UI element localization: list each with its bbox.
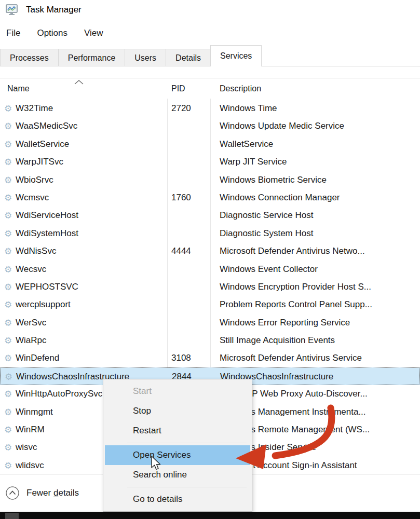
service-name: wlidsvc [16, 457, 44, 474]
service-pid: 3108 [171, 349, 191, 367]
service-name: WinDefend [16, 349, 59, 367]
service-name: Winmgmt [16, 403, 53, 421]
context-menu-item-go-to-details[interactable]: Go to details [103, 489, 252, 509]
service-description: Windows Biometric Service [220, 171, 327, 189]
service-gear-icon: ⚙ [4, 439, 12, 456]
service-name: WarpJITSvc [16, 153, 63, 171]
service-row[interactable]: ⚙ wercplsupport Problem Reports Control … [0, 296, 420, 313]
service-gear-icon: ⚙ [4, 349, 12, 367]
service-gear-icon: ⚙ [4, 153, 12, 171]
column-header-pid[interactable]: PID [171, 84, 185, 93]
service-name: Wcmsvc [16, 189, 49, 207]
service-description: Warp JIT Service [220, 153, 287, 171]
service-gear-icon: ⚙ [4, 403, 12, 421]
context-menu-item-stop[interactable]: Stop [103, 401, 252, 421]
service-name: WiaRpc [16, 332, 47, 349]
service-name: WdNisSvc [16, 242, 56, 260]
service-name: WbioSrvc [16, 171, 53, 189]
menubar-item-options[interactable]: Options [37, 28, 67, 38]
list-header: Name PID Description [0, 78, 420, 99]
tab-details[interactable]: Details [166, 49, 211, 66]
service-gear-icon: ⚙ [4, 261, 12, 278]
service-row[interactable]: ⚙ WaaSMedicSvc Windows Update Medic Serv… [0, 117, 420, 135]
service-name: WEPHOSTSVC [16, 278, 78, 296]
fewer-details-label: Fewer details [26, 488, 79, 498]
menubar-item-file[interactable]: File [6, 28, 20, 38]
service-row[interactable]: ⚙ WdNisSvc 4444 Microsoft Defender Antiv… [0, 242, 420, 260]
service-pid: 2720 [171, 100, 191, 117]
service-gear-icon: ⚙ [4, 278, 12, 296]
column-header-name[interactable]: Name [7, 84, 30, 93]
menubar: FileOptionsView [0, 25, 420, 42]
tab-users[interactable]: Users [125, 49, 166, 66]
service-row[interactable]: ⚙ WbioSrvc Windows Biometric Service [0, 171, 420, 189]
taskbar-strip [0, 512, 420, 519]
service-name: WinHttpAutoProxySvc [16, 385, 102, 403]
context-menu-item-start[interactable]: Start [103, 381, 252, 401]
service-name: WdiSystemHost [16, 225, 78, 242]
service-gear-icon: ⚙ [4, 100, 12, 117]
service-row[interactable]: ⚙ Wecsvc Windows Event Collector [0, 261, 420, 278]
context-menu-separator [127, 487, 247, 487]
service-name: WaaSMedicSvc [16, 117, 77, 135]
context-menu-item-open-services[interactable]: Open Services [105, 445, 250, 465]
fewer-details-button[interactable]: Fewer details [5, 486, 79, 500]
service-row[interactable]: ⚙ WdiServiceHost Diagnostic Service Host [0, 207, 420, 224]
service-gear-icon: ⚙ [4, 457, 12, 474]
title-bar: Task Manager [0, 0, 420, 23]
service-gear-icon: ⚙ [4, 117, 12, 135]
service-description: Windows Error Reporting Service [220, 314, 350, 332]
service-description: Microsoft Defender Antivirus Netwo... [220, 242, 365, 260]
service-pid: 1760 [171, 189, 191, 207]
context-menu: StartStopRestartOpen ServicesSearch onli… [103, 379, 252, 512]
service-row[interactable]: ⚙ WalletService WalletService [0, 135, 420, 153]
service-row[interactable]: ⚙ WarpJITSvc Warp JIT Service [0, 153, 420, 171]
service-row[interactable]: ⚙ WinDefend 3108 Microsoft Defender Anti… [0, 349, 420, 367]
service-gear-icon: ⚙ [4, 296, 12, 313]
service-gear-icon: ⚙ [4, 189, 12, 207]
service-row[interactable]: ⚙ W32Time 2720 Windows Time [0, 100, 420, 117]
service-row[interactable]: ⚙ Wcmsvc 1760 Windows Connection Manager [0, 189, 420, 207]
service-name: WdiServiceHost [16, 207, 78, 224]
service-gear-icon: ⚙ [4, 242, 12, 260]
service-row[interactable]: ⚙ WiaRpc Still Image Acquisition Events [0, 332, 420, 349]
service-row[interactable]: ⚙ WEPHOSTSVC Windows Encryption Provider… [0, 278, 420, 296]
service-gear-icon: ⚙ [5, 368, 12, 386]
service-description: Windows Time [220, 100, 277, 117]
service-description: Windows Connection Manager [220, 189, 340, 207]
context-menu-item-search-online[interactable]: Search online [103, 465, 252, 485]
sort-ascending-icon [74, 80, 84, 85]
tab-performance[interactable]: Performance [58, 49, 126, 66]
service-description: Diagnostic System Host [220, 225, 313, 242]
service-description: Windows Encryption Provider Host S... [220, 278, 371, 296]
service-description: Diagnostic Service Host [220, 207, 313, 224]
service-name: wercplsupport [16, 296, 71, 313]
service-gear-icon: ⚙ [4, 385, 12, 403]
service-description: Microsoft Defender Antivirus Service [220, 349, 362, 367]
tab-processes[interactable]: Processes [0, 49, 59, 66]
service-description: WalletService [220, 135, 273, 153]
service-name: Wecsvc [16, 261, 46, 278]
service-row[interactable]: ⚙ WerSvc Windows Error Reporting Service [0, 314, 420, 332]
service-description: Still Image Acquisition Events [220, 332, 335, 349]
tab-strip: ProcessesPerformanceUsersDetailsServices [0, 45, 420, 66]
context-menu-separator [127, 443, 247, 443]
taskbar-button[interactable] [5, 513, 19, 519]
tab-services[interactable]: Services [210, 45, 262, 66]
service-description: Windows Update Medic Service [220, 117, 344, 135]
service-gear-icon: ⚙ [4, 314, 12, 332]
menubar-item-view[interactable]: View [84, 28, 103, 38]
service-gear-icon: ⚙ [4, 207, 12, 224]
service-name: WinRM [16, 421, 45, 439]
service-name: WalletService [16, 135, 69, 153]
service-row[interactable]: ⚙ WdiSystemHost Diagnostic System Host [0, 225, 420, 242]
service-name: W32Time [16, 100, 53, 117]
context-menu-item-restart[interactable]: Restart [103, 421, 252, 441]
service-pid: 4444 [171, 242, 191, 260]
service-gear-icon: ⚙ [4, 135, 12, 153]
window-title: Task Manager [26, 5, 82, 15]
service-gear-icon: ⚙ [4, 171, 12, 189]
column-header-description[interactable]: Description [220, 84, 261, 93]
service-description: Problem Reports Control Panel Supp... [220, 296, 372, 313]
task-manager-app-icon [5, 3, 19, 17]
